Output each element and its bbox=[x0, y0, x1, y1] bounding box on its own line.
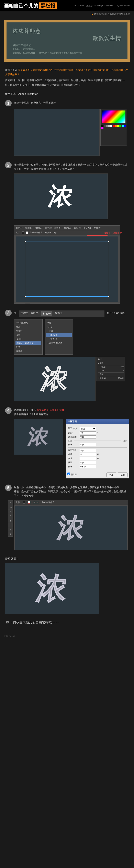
step-text-3: 去 效果(C)视图(V)窗口(W)帮助(H) 打开 "外观" 选项 bbox=[14, 310, 125, 317]
appearance-panel[interactable]: 外观▸ 文字 字符 ▸ 填色: ■ ▸ 描边: □不透明度: 默认值 bbox=[44, 319, 73, 355]
font-weight[interactable]: Regular bbox=[44, 231, 51, 234]
menu-view[interactable]: 视图(V) bbox=[74, 226, 81, 229]
var3-input[interactable] bbox=[80, 465, 96, 468]
step-num-5: 5 bbox=[5, 485, 11, 491]
bb-line1: 浓浓尊师意 bbox=[13, 28, 121, 35]
preset-select[interactable]: 自定 bbox=[80, 427, 96, 430]
t-label: 文字 bbox=[16, 501, 20, 504]
appearance-side[interactable]: 外观 ▸ 文字 ▸ 描边:3 pt ▸ 填色:■ 字符 不透明度:默认值 bbox=[97, 357, 125, 381]
window-menu[interactable]: SVG 交互(Y)信息动作(N)变换变量(R)外观(E) Shift+F6对齐导… bbox=[14, 319, 42, 355]
step-num-1: 1 bbox=[5, 100, 11, 106]
scribble-dialog[interactable]: 涂抹选项 设置: 自定自定 角度:° 路径重叠: 内侧边缘 变化: 描边宽度: … bbox=[66, 419, 129, 478]
font-family[interactable]: Adobe 宋体 S bbox=[30, 231, 42, 234]
header-meta: 2012.10.18 第三期 UI Design CaoEdition QQ:4… bbox=[74, 4, 130, 7]
step-num-3: 3 bbox=[5, 310, 11, 316]
s4a: 选中新的描色，执行 bbox=[14, 409, 36, 411]
bb-sub: 教师节主题活动 bbox=[13, 43, 121, 47]
intro-1b: 看了效果图，大家肯定蠢蠢欲动~至于背景啥的我就不多介绍了！无任何技术含量~唯一亮… bbox=[5, 68, 128, 76]
d-var: 变化: bbox=[68, 443, 78, 446]
tool-line: 使用工具：Adobe Illustrator bbox=[0, 90, 134, 98]
d-angle: 角度: bbox=[68, 431, 78, 434]
cancel-button[interactable]: 取消 bbox=[118, 472, 128, 477]
menu-window[interactable]: 窗口(W) bbox=[83, 226, 91, 229]
menu-select[interactable]: 选择(S) bbox=[54, 226, 61, 229]
intro-text: 废话不多说 看了效果图，大家肯定蠢蠢欲动~至于背景啥的我就不多介绍了！无任何技术… bbox=[0, 65, 134, 90]
final-title: 最终效果： bbox=[0, 554, 134, 562]
stroke-input[interactable] bbox=[80, 449, 96, 452]
fill2-icon[interactable] bbox=[23, 501, 25, 503]
step2-image: 浓 ➜ 文件(F)编辑(E)对象(O)文字(T)选择(S)效果(C)视图(V)窗… bbox=[14, 174, 108, 304]
m-effect[interactable]: 效果(C) bbox=[21, 311, 28, 316]
s3-b: 打开 "外观" 选项 bbox=[107, 312, 125, 314]
m-help[interactable]: 帮助(H) bbox=[55, 311, 62, 316]
m-window[interactable]: 窗口(W) bbox=[41, 311, 52, 316]
bb-info: 活动地点：五里堡居委会 活动时间：本期越冬暨老前十五日晚退票十一前 bbox=[13, 51, 121, 54]
step-text-5: 最后一步，虽然很模糊的成份，但是瑕丝疵是最后一步所调的无用功，反而能提升整个效果… bbox=[14, 485, 129, 498]
path-input[interactable] bbox=[80, 435, 96, 438]
font-size[interactable]: 12 pt bbox=[53, 231, 57, 234]
chalk-canvas-2: 浓 bbox=[15, 506, 127, 550]
space-input[interactable] bbox=[80, 461, 96, 464]
tool-label: 文字 bbox=[16, 231, 20, 234]
d-space: 间距: bbox=[68, 461, 78, 464]
step-text-1: 新建一个图层，颜色随意，你黑板就行 bbox=[14, 100, 56, 105]
menu-type[interactable]: 文字(T) bbox=[45, 226, 52, 229]
menu-effect[interactable]: 效果(C) bbox=[64, 226, 71, 229]
ok-button[interactable]: 确定 bbox=[106, 472, 116, 477]
menu-help[interactable]: 帮助(H) bbox=[94, 226, 101, 229]
d-stroke: 描边宽度: bbox=[68, 449, 78, 452]
bb-line2: 款款爱生情 bbox=[13, 35, 121, 42]
step4-image: 浓 涂抹选项 设置: 自定自定 角度:° 路径重叠: 内侧边缘 变化: 描边宽度… bbox=[14, 419, 129, 478]
preview-check[interactable] bbox=[67, 472, 70, 475]
footer: 图集:仿古风 bbox=[0, 633, 134, 640]
step-num-2: 2 bbox=[5, 162, 11, 168]
curve-input[interactable] bbox=[80, 453, 96, 456]
color-picker-icon[interactable] bbox=[102, 111, 126, 123]
ai-full-window: 文字 0.1 pt Adobe 宋体 S ▸▭T✎◐✂⊕◉ 浓 bbox=[14, 500, 128, 550]
menu-file[interactable]: 文件(F) bbox=[16, 226, 23, 229]
bb-dots: 主办单位：五里堡居委会 bbox=[13, 48, 121, 51]
step-text-2: 教程就拿一个字做例子，字的多少不受影响，通常做这种字要选一个粗的字体，影响3D字… bbox=[14, 162, 129, 171]
meta-date: 2012.10.18 bbox=[74, 4, 84, 7]
title-white: 画咱自己个儿的 bbox=[4, 3, 38, 8]
blackboard: 浓浓尊师意 款款爱生情 教师节主题活动 主办单位：五里堡居委会 活动地点：五里堡… bbox=[4, 20, 130, 62]
fill-swatch[interactable] bbox=[22, 231, 24, 234]
stroke2-icon[interactable] bbox=[28, 501, 30, 503]
arrow-icon: ▶ bbox=[92, 13, 93, 15]
toolbox[interactable]: ▸▭T✎◐✂⊕◉ bbox=[8, 500, 13, 536]
d-in: 内侧 bbox=[68, 439, 72, 442]
blackboard-section: 浓浓尊师意 款款爱生情 教师节主题活动 主办单位：五里堡居委会 活动地点：五里堡… bbox=[0, 17, 134, 65]
intro-2: 首先声明一句，网上也有这种教程，但是都不成，有些图到一半步骤，直接上字体名字搜索… bbox=[5, 78, 129, 87]
chalk-canvas: 浓 bbox=[14, 419, 63, 455]
ai-artboard[interactable] bbox=[16, 237, 118, 302]
ai-menu2[interactable]: 文字 0.1 pt Adobe 宋体 S bbox=[14, 500, 128, 505]
var-input[interactable] bbox=[80, 443, 96, 446]
step-2: 2 教程就拿一个字做例子，字的多少不受影响，通常做这种字要选一个粗的字体，影响3… bbox=[0, 160, 134, 308]
meta-qq: QQ:429785554 bbox=[116, 4, 130, 7]
ff2[interactable]: Adobe 宋体 S bbox=[42, 501, 54, 504]
char-outline: 浓 bbox=[16, 361, 94, 397]
page-header: 画咱自己个儿的黑板报 2012.10.18 第三期 UI Design CaoE… bbox=[0, 0, 134, 11]
final-result: 浓 bbox=[5, 563, 99, 614]
selection-box bbox=[25, 242, 109, 297]
menu-object[interactable]: 对象(O) bbox=[35, 226, 42, 229]
subnote-text: 转载不注明出处就是赤裸裸的禽兽恶 bbox=[94, 13, 130, 15]
d-var2: 变化: bbox=[68, 457, 78, 460]
s5b: 这确，选中第二层的文字描边，调高无形，哈哈哈哈......膜一下！膜一下！再起一… bbox=[14, 490, 126, 497]
step-1: 1 新建一个图层，颜色随意，你黑板就行 bbox=[0, 98, 134, 160]
stroke-swatch[interactable] bbox=[26, 231, 28, 234]
menu-edit[interactable]: 编辑(E) bbox=[26, 226, 32, 229]
chalk-char-2: 浓 bbox=[17, 510, 126, 546]
ai-menubar[interactable]: 文件(F)编辑(E)对象(O)文字(T)选择(S)效果(C)视图(V)窗口(W)… bbox=[14, 226, 120, 230]
m-view[interactable]: 视图(V) bbox=[31, 311, 38, 316]
outro-text: 剩下的各位大仙儿们自由发挥吧~~~~ bbox=[0, 615, 134, 633]
d-preview: 预览(P) bbox=[71, 473, 77, 475]
step-4: 4 选中新的描色，执行 效果菜单 > 风格化 > 涂抹参数你随意自己个儿看着弄就… bbox=[0, 405, 134, 483]
var2-input[interactable] bbox=[80, 457, 96, 460]
swatches[interactable] bbox=[101, 124, 127, 130]
s4c: 参数你随意自己个儿看着弄就行 bbox=[14, 413, 48, 416]
d-curve: 曲度: bbox=[68, 453, 78, 456]
callout-text: 请注意这里的设置 bbox=[104, 232, 122, 235]
color-panel[interactable] bbox=[100, 109, 127, 146]
angle-input[interactable] bbox=[80, 431, 96, 434]
